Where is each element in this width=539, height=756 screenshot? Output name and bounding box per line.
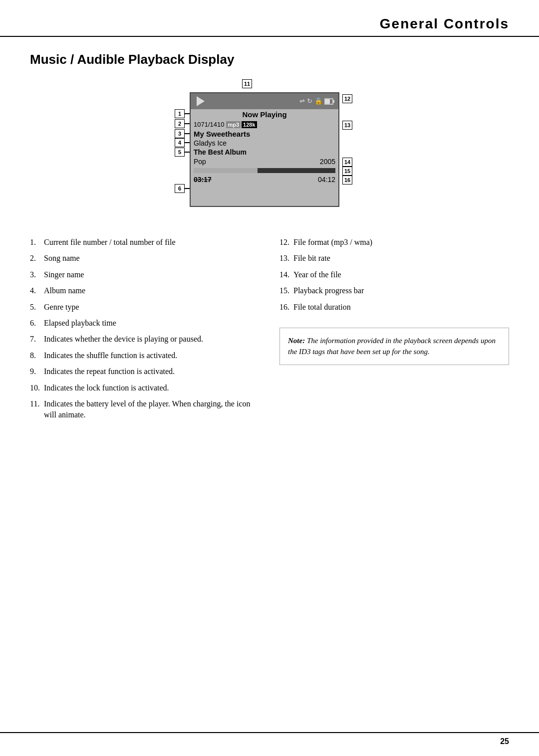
content-area: 1. Current file number / total number of… <box>0 237 539 426</box>
list-item: 16. File total duration <box>279 302 509 313</box>
list-item: 6. Elapsed playback time <box>30 318 260 329</box>
total-time-label: 04:12 <box>318 176 335 184</box>
track-row: 1071/1410 mp3 128k 13 <box>191 120 338 129</box>
device-screen: ⇌ ↻ 🔒 Now Playing 12 <box>190 92 339 207</box>
label-6: 6 <box>175 184 185 193</box>
svg-rect-2 <box>333 100 334 103</box>
left-list: 1. Current file number / total number of… <box>30 237 260 421</box>
play-icon <box>195 95 207 107</box>
label-5: 5 <box>175 148 185 157</box>
label-13: 13 <box>342 121 352 130</box>
list-item: 2. Song name <box>30 253 260 264</box>
note-bold: Note: <box>288 337 305 345</box>
album-name-row: The Best Album <box>191 148 338 157</box>
track-number: 1071/1410 <box>194 121 224 128</box>
label-2-group: 2 <box>175 123 190 124</box>
bitrate-badge: 128k <box>242 121 257 128</box>
label-1: 1 <box>175 109 185 118</box>
label-3-group: 3 <box>175 133 190 134</box>
song-name-label: My Sweethearts <box>194 130 250 138</box>
genre-year-row: Pop 2005 14 <box>191 157 338 167</box>
label-12: 12 <box>342 94 352 103</box>
header-title: General Controls <box>380 16 509 31</box>
list-item: 8. Indicates the shuffle function is act… <box>30 350 260 361</box>
label-3: 3 <box>175 129 185 138</box>
list-right: 12. File format (mp3 / wma) 13. File bit… <box>279 237 509 426</box>
now-playing-label: Now Playing <box>242 110 286 119</box>
list-item: 15. Playback progress bar <box>279 285 509 296</box>
shuffle-icon: ⇌ <box>299 97 305 105</box>
format-badge: mp3 <box>226 121 241 128</box>
icon-group: ⇌ ↻ 🔒 <box>299 97 334 105</box>
section-title: Music / Audible Playback Display <box>0 52 539 67</box>
list-item: 4. Album name <box>30 285 260 296</box>
list-item: 7. Indicates whether the device is playi… <box>30 334 260 345</box>
list-item: 10. Indicates the lock function is activ… <box>30 382 260 393</box>
list-item: 3. Singer name <box>30 269 260 280</box>
progress-bar-outer <box>194 168 335 173</box>
list-item: 14. Year of the file <box>279 269 509 280</box>
label-14: 14 <box>342 158 352 167</box>
year-label: 2005 <box>320 158 335 166</box>
note-italic: The information provided in the playback… <box>288 337 496 356</box>
label-5-group: 5 <box>175 152 190 153</box>
list-item: 11. Indicates the battery level of the p… <box>30 398 260 421</box>
list-item: 13. File bit rate <box>279 253 509 264</box>
label-6-group: 6 <box>175 188 190 189</box>
song-name-row: My Sweethearts <box>191 129 338 139</box>
label-4: 4 <box>175 138 185 147</box>
singer-name-row: Gladys Ice <box>191 139 338 148</box>
progress-bar-fill <box>194 168 258 173</box>
lock-icon: 🔒 <box>314 97 322 105</box>
genre-label: Pop <box>194 158 206 166</box>
label-4-group: 4 <box>175 142 190 143</box>
progress-bar-row: 15 <box>191 167 338 175</box>
page-number: 25 <box>500 737 509 746</box>
list-item: 5. Genre type <box>30 302 260 313</box>
repeat-icon: ↻ <box>307 97 312 105</box>
list-item: 12. File format (mp3 / wma) <box>279 237 509 248</box>
right-list: 12. File format (mp3 / wma) 13. File bit… <box>279 237 509 313</box>
label-2: 2 <box>175 119 185 128</box>
label-15: 15 <box>342 167 352 176</box>
album-name-label: The Best Album <box>194 148 247 156</box>
page-header: General Controls <box>0 0 539 37</box>
svg-marker-0 <box>197 96 205 106</box>
svg-rect-3 <box>325 99 330 104</box>
list-left: 1. Current file number / total number of… <box>30 237 260 426</box>
label-11: 11 <box>242 79 252 88</box>
battery-icon <box>324 98 334 105</box>
note-box: Note: The information provided in the pl… <box>279 328 509 365</box>
label-1-group: 1 <box>175 113 190 114</box>
singer-name-label: Gladys Ice <box>194 139 227 147</box>
diagram-area: 7 8 9 10 11 ⇌ ↻ 🔒 <box>145 79 394 219</box>
now-playing-row: Now Playing 12 <box>191 109 338 120</box>
elapsed-time-label: 03:17 <box>194 176 212 184</box>
list-item: 9. Indicates the repeat function is acti… <box>30 366 260 377</box>
time-row: 03:17 04:12 16 <box>191 175 338 185</box>
label-16: 16 <box>342 176 352 185</box>
page-footer: 25 <box>0 732 539 746</box>
list-item: 1. Current file number / total number of… <box>30 237 260 248</box>
